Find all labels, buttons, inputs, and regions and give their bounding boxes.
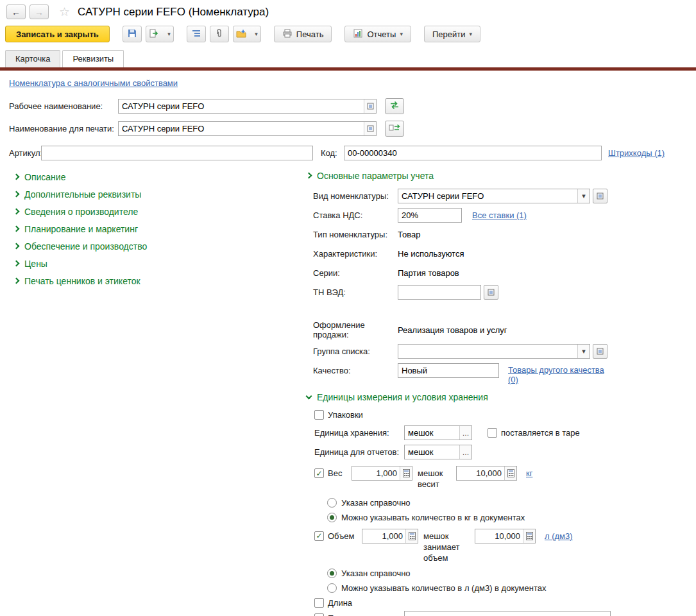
- volume-option1-row: Указан справочно: [327, 569, 687, 578]
- calculator-icon[interactable]: [523, 529, 535, 543]
- group-header-label: Основные параметры учета: [317, 171, 434, 181]
- chevron-right-icon: [13, 191, 20, 197]
- list-group-input: ▾: [398, 344, 590, 359]
- tab-details[interactable]: Реквизиты: [62, 50, 124, 67]
- folder-plus-icon: [236, 28, 246, 40]
- calculator-icon[interactable]: [504, 466, 516, 480]
- weight-checkbox[interactable]: ✓: [314, 468, 324, 478]
- ellipsis-icon[interactable]: …: [459, 445, 471, 459]
- quality-label: Качество:: [307, 366, 398, 375]
- kind-label: Вид номенклатуры:: [307, 191, 398, 201]
- all-vat-rates-link[interactable]: Все ставки (1): [472, 210, 527, 220]
- structure-button[interactable]: [187, 26, 206, 42]
- copy-print-name-button[interactable]: [385, 121, 404, 137]
- weight-per-unit-value[interactable]: 10,000: [457, 466, 504, 480]
- kind-field[interactable]: [398, 189, 577, 203]
- units-header[interactable]: Единицы измерения и условия хранения: [307, 392, 687, 402]
- units-panel: Упаковки Единица хранения: … поставляетс…: [307, 410, 687, 616]
- weight-per-unit-input: 10,000: [456, 466, 517, 481]
- volume-reference-radio[interactable]: [327, 569, 337, 578]
- copy-working-name-button[interactable]: [385, 98, 404, 114]
- favorite-star-icon[interactable]: ☆: [59, 4, 70, 19]
- open-tnved-button[interactable]: [484, 285, 498, 300]
- section-price-tags-labels[interactable]: Печать ценников и этикеток: [14, 276, 307, 286]
- weight-reference-radio[interactable]: [327, 498, 337, 508]
- open-button[interactable]: [364, 122, 376, 135]
- create-based-on-dropdown-button[interactable]: ▾: [233, 26, 261, 42]
- weight-allow-kg-radio[interactable]: [327, 513, 337, 522]
- volume-option1-label: Указан справочно: [341, 569, 411, 578]
- section-label: Дополнительные реквизиты: [24, 189, 141, 200]
- section-additional-attributes[interactable]: Дополнительные реквизиты: [14, 189, 307, 200]
- open-kind-button[interactable]: [593, 189, 607, 203]
- area-checkbox[interactable]: [314, 613, 324, 616]
- section-planning-marketing[interactable]: Планирование и маркетинг: [14, 224, 307, 234]
- type-row: Тип номенклатуры: Товар: [307, 227, 687, 242]
- section-manufacturer-info[interactable]: Сведения о производителе: [14, 207, 307, 217]
- post-document-dropdown-button[interactable]: ▾: [146, 26, 174, 42]
- characteristics-value: Не используются: [398, 249, 464, 259]
- article-label: Артикул:: [9, 148, 41, 158]
- tnved-label: ТН ВЭД:: [307, 287, 398, 297]
- volume-checkbox[interactable]: ✓: [314, 531, 324, 541]
- report-unit-field[interactable]: [405, 445, 459, 459]
- save-button[interactable]: [123, 26, 142, 42]
- tnved-field[interactable]: [398, 286, 480, 299]
- quality-field[interactable]: [398, 364, 498, 377]
- back-button[interactable]: ←: [6, 4, 26, 19]
- volume-allow-l-radio[interactable]: [327, 583, 337, 593]
- article-field[interactable]: [42, 146, 312, 160]
- goto-dropdown-button[interactable]: Перейти ▾: [424, 26, 480, 42]
- weight-value-input: 1,000: [352, 466, 412, 481]
- storage-unit-field[interactable]: [405, 426, 459, 440]
- volume-unit-link[interactable]: л (дм3): [545, 531, 573, 541]
- vat-field[interactable]: [398, 209, 461, 222]
- other-quality-goods-link[interactable]: Товары другого качества (0): [508, 365, 611, 384]
- ellipsis-icon[interactable]: …: [459, 426, 471, 440]
- series-row: Серии: Партия товаров: [307, 266, 687, 280]
- open-list-group-button[interactable]: [593, 344, 607, 359]
- quality-row: Качество: Товары другого качества (0): [307, 363, 687, 384]
- partial-input[interactable]: [404, 611, 611, 616]
- chevron-right-icon: [306, 172, 312, 178]
- list-group-field[interactable]: [398, 345, 577, 358]
- tnved-input: [398, 285, 481, 300]
- main-params-header[interactable]: Основные параметры учета: [307, 171, 687, 181]
- volume-per-unit-input: 10,000: [475, 529, 536, 543]
- weight-unit-link[interactable]: кг: [526, 468, 532, 478]
- chevron-right-icon: [13, 243, 20, 249]
- quality-input: [398, 363, 499, 378]
- save-and-close-button[interactable]: Записать и закрыть: [5, 26, 110, 42]
- volume-value[interactable]: 1,000: [362, 529, 405, 543]
- print-name-field[interactable]: [119, 122, 364, 135]
- tab-card[interactable]: Карточка: [5, 50, 60, 67]
- working-name-field[interactable]: [119, 99, 364, 113]
- code-field[interactable]: [344, 146, 601, 160]
- reports-dropdown-button[interactable]: Отчеты ▾: [344, 26, 411, 42]
- barcodes-link[interactable]: Штрихкоды (1): [608, 148, 665, 158]
- working-name-input: [118, 99, 377, 114]
- forward-button[interactable]: →: [30, 4, 49, 19]
- section-prices[interactable]: Цены: [14, 259, 307, 269]
- open-button[interactable]: [364, 99, 376, 113]
- dropdown-arrow-icon[interactable]: ▾: [577, 189, 590, 203]
- volume-per-unit-value[interactable]: 10,000: [475, 529, 523, 543]
- packages-checkbox[interactable]: [314, 410, 324, 420]
- attachments-button[interactable]: [210, 26, 229, 42]
- section-description[interactable]: Описание: [14, 172, 307, 182]
- volume-option2-label: Можно указывать количество в л (дм3) в д…: [341, 583, 547, 593]
- area-label: Площадь: [328, 613, 364, 616]
- similar-nomenclature-link[interactable]: Номенклатура с аналогичными свойствами: [9, 78, 178, 88]
- section-supply-production[interactable]: Обеспечение и производство: [14, 241, 307, 252]
- weight-option2-row: Можно указывать количество в кг в докуме…: [327, 513, 687, 522]
- calculator-icon[interactable]: [400, 466, 412, 480]
- characteristics-row: Характеристики: Не используются: [307, 246, 687, 261]
- in-container-checkbox[interactable]: [488, 428, 497, 438]
- print-button[interactable]: Печать: [274, 26, 332, 42]
- dropdown-arrow-icon[interactable]: ▾: [577, 345, 590, 358]
- weight-value[interactable]: 1,000: [352, 466, 400, 480]
- storage-unit-label: Единица хранения:: [314, 428, 404, 438]
- calculator-icon[interactable]: [405, 529, 418, 543]
- weight-checkbox-cell: ✓ Вес: [314, 468, 352, 478]
- length-checkbox[interactable]: [314, 598, 324, 608]
